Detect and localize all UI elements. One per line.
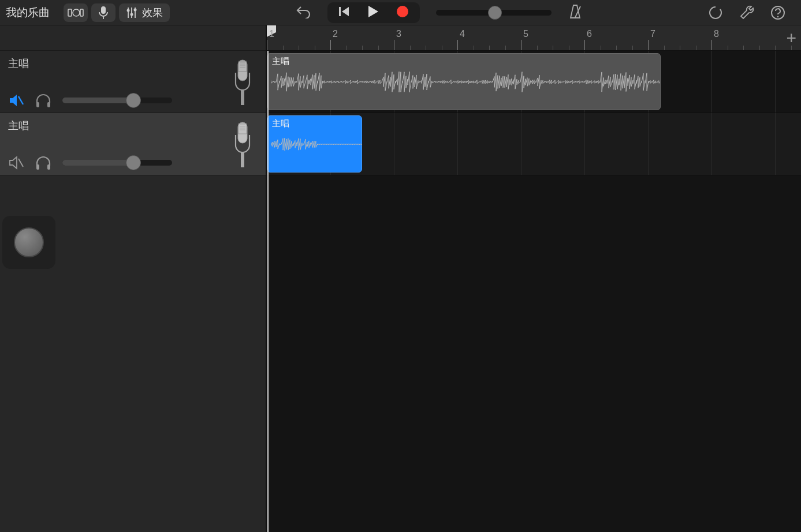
svg-rect-28: [36, 164, 39, 170]
knob-disc: [14, 227, 44, 257]
headphones-icon[interactable]: [35, 155, 52, 170]
workspace: 主唱 主唱: [0, 25, 801, 532]
svg-point-1: [73, 9, 80, 16]
master-record-knob[interactable]: [2, 216, 55, 269]
ruler-number: 7: [650, 29, 655, 39]
svg-point-16: [777, 16, 779, 17]
volume-fill: [62, 160, 134, 166]
track-header[interactable]: 主唱: [0, 51, 266, 113]
mute-icon[interactable]: [8, 93, 24, 108]
track-row[interactable]: 主唱: [267, 113, 801, 175]
svg-rect-36: [241, 152, 244, 167]
view-toggle-group: [64, 3, 88, 22]
svg-line-17: [18, 96, 23, 104]
ruler-number: 2: [333, 29, 338, 39]
audio-region[interactable]: 主唱: [267, 115, 362, 173]
add-track-icon[interactable]: +: [786, 28, 796, 48]
effects-label: 效果: [142, 6, 163, 20]
svg-rect-19: [47, 102, 50, 107]
track-header[interactable]: 主唱: [0, 113, 266, 175]
toolbar-left: 我的乐曲 效果: [0, 3, 170, 22]
settings-wrench-icon[interactable]: [739, 5, 755, 21]
ruler-number: 3: [396, 29, 401, 39]
record-icon[interactable]: [396, 5, 409, 21]
volume-thumb[interactable]: [126, 155, 141, 170]
playhead-line[interactable]: [267, 51, 269, 532]
ruler-number: 4: [460, 29, 465, 39]
svg-rect-26: [241, 90, 244, 105]
microphone-icon[interactable]: [91, 3, 116, 22]
mic-input-group: [91, 3, 116, 22]
track-name-label: 主唱: [8, 57, 258, 70]
svg-point-8: [131, 13, 133, 16]
track-controls: [8, 93, 258, 108]
volume-fill: [62, 98, 134, 103]
track-controls: [8, 155, 258, 170]
go-to-start-icon[interactable]: [338, 5, 351, 20]
ruler-number: 6: [587, 29, 592, 39]
track-row[interactable]: 主唱: [267, 51, 801, 113]
sliders-icon: [126, 6, 137, 19]
svg-line-27: [18, 159, 23, 167]
region-label: 主唱: [272, 118, 357, 129]
headphones-icon[interactable]: [35, 93, 52, 108]
svg-rect-3: [101, 6, 106, 14]
audio-region[interactable]: 主唱: [267, 53, 661, 110]
svg-rect-0: [68, 9, 72, 16]
transport-controls: [327, 2, 420, 23]
song-title[interactable]: 我的乐曲: [6, 5, 50, 20]
effects-button[interactable]: 效果: [119, 3, 170, 22]
svg-point-10: [134, 8, 137, 11]
condenser-mic-icon: [225, 119, 260, 171]
toolbar-right: [707, 5, 801, 21]
zoom-slider[interactable]: [436, 10, 552, 16]
svg-point-6: [127, 9, 130, 12]
zoom-thumb[interactable]: [488, 6, 502, 20]
top-toolbar: 我的乐曲 效果: [0, 0, 801, 25]
svg-rect-30: [238, 122, 247, 143]
volume-slider[interactable]: [62, 98, 172, 103]
ruler[interactable]: 12345678 +: [267, 25, 801, 51]
sidebar-ruler-spacer: [0, 25, 266, 51]
ruler-number: 1: [269, 29, 274, 39]
play-icon[interactable]: [367, 5, 379, 21]
ruler-number: 8: [714, 29, 719, 39]
svg-rect-29: [47, 164, 50, 170]
metronome-icon[interactable]: [568, 3, 583, 22]
svg-rect-18: [36, 102, 39, 107]
volume-thumb[interactable]: [126, 93, 141, 108]
mute-icon[interactable]: [8, 155, 24, 170]
loop-icon[interactable]: [707, 5, 724, 21]
svg-rect-2: [80, 9, 83, 16]
tracks-view-icon[interactable]: [64, 3, 88, 22]
region-label: 主唱: [272, 56, 655, 67]
help-icon[interactable]: [770, 5, 786, 21]
undo-icon[interactable]: [295, 5, 311, 21]
condenser-mic-icon: [225, 57, 260, 108]
track-name-label: 主唱: [8, 119, 258, 133]
ruler-number: 5: [523, 29, 528, 39]
track-headers-sidebar: 主唱 主唱: [0, 25, 267, 532]
toolbar-center: [170, 2, 707, 23]
svg-rect-11: [339, 7, 341, 16]
svg-rect-20: [238, 60, 247, 81]
timeline-area[interactable]: 12345678 + 主唱 主唱: [267, 25, 801, 532]
volume-slider[interactable]: [62, 160, 172, 166]
svg-point-12: [397, 6, 408, 17]
